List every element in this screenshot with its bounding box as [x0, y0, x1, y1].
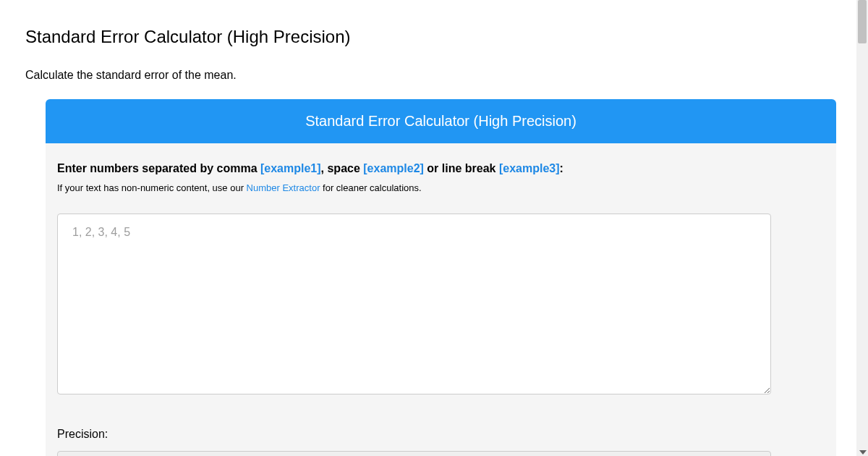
- hint-text: If your text has non-numeric content, us…: [57, 182, 825, 193]
- page-subtitle: Calculate the standard error of the mean…: [25, 69, 836, 82]
- example3-link[interactable]: [example3]: [499, 162, 560, 174]
- hint-suffix: for cleaner calculations.: [320, 182, 421, 193]
- example1-link[interactable]: [example1]: [260, 162, 321, 174]
- instruction-text: or line break: [424, 162, 499, 174]
- page-title: Standard Error Calculator (High Precisio…: [25, 27, 836, 47]
- vertical-scrollbar[interactable]: [856, 0, 868, 456]
- scrollbar-thumb[interactable]: [858, 0, 867, 43]
- input-instruction: Enter numbers separated by comma [exampl…: [57, 161, 825, 177]
- instruction-text: Enter numbers separated by comma: [57, 162, 260, 174]
- hint-prefix: If your text has non-numeric content, us…: [57, 182, 247, 193]
- instruction-text: :: [560, 162, 563, 174]
- example2-link[interactable]: [example2]: [363, 162, 424, 174]
- calculator-panel: Standard Error Calculator (High Precisio…: [46, 99, 836, 456]
- precision-label: Precision:: [57, 428, 825, 441]
- scroll-down-icon[interactable]: [859, 450, 867, 455]
- panel-body: Enter numbers separated by comma [exampl…: [46, 143, 836, 456]
- panel-header: Standard Error Calculator (High Precisio…: [46, 99, 836, 143]
- instruction-text: , space: [321, 162, 364, 174]
- number-extractor-link[interactable]: Number Extractor: [247, 182, 320, 193]
- numbers-input[interactable]: [57, 214, 771, 394]
- precision-select[interactable]: 10: [57, 451, 771, 456]
